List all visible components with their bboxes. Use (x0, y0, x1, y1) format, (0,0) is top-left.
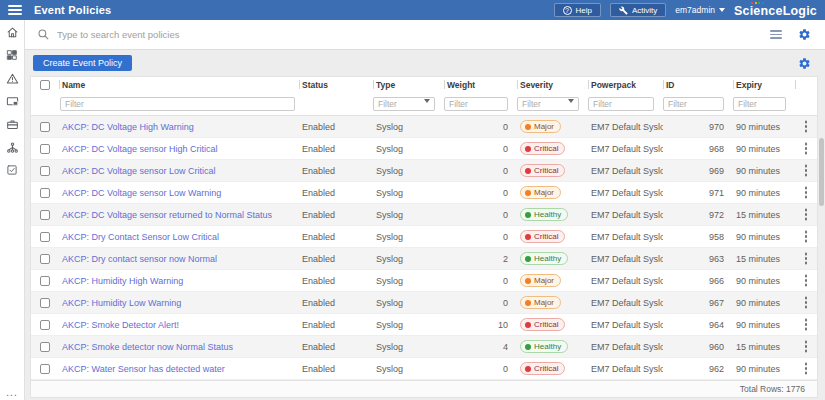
sidebar-item-home[interactable] (3, 25, 22, 39)
row-menu-kebab-icon[interactable] (805, 323, 808, 326)
powerpack-cell: EM7 Default Syslog Event (588, 320, 663, 330)
table-row: AKCP: DC Voltage sensor High CriticalEna… (31, 138, 817, 160)
column-header-powerpack[interactable]: Powerpack (588, 77, 663, 92)
row-checkbox[interactable] (40, 276, 50, 286)
vertical-scrollbar-thumb[interactable] (819, 138, 824, 206)
severity-cell: Healthy (517, 252, 588, 265)
policy-name-link[interactable]: AKCP: Dry Contact Sensor Low Critical (62, 232, 219, 242)
policy-name-cell: AKCP: Humidity Low Warning (59, 298, 299, 308)
column-header-status[interactable]: Status (299, 77, 373, 92)
id-cell: 972 (663, 210, 733, 220)
row-actions-cell (795, 257, 817, 260)
policy-name-link[interactable]: AKCP: Humidity Low Warning (62, 298, 181, 308)
expiry-cell: 90 minutes (733, 364, 795, 374)
sidebar-item-devices[interactable] (3, 94, 22, 108)
sidebar-item-events[interactable] (3, 71, 22, 85)
row-menu-kebab-icon[interactable] (805, 169, 808, 172)
row-menu-kebab-icon[interactable] (805, 191, 808, 194)
row-checkbox[interactable] (40, 122, 50, 132)
row-menu-kebab-icon[interactable] (805, 125, 808, 128)
powerpack-cell: EM7 Default Syslog Event (588, 188, 663, 198)
row-checkbox[interactable] (40, 364, 50, 374)
policy-name-cell: AKCP: Smoke detector now Normal Status (59, 342, 299, 352)
expiry-cell: 90 minutes (733, 188, 795, 198)
sidebar-item-business-services[interactable] (3, 117, 22, 131)
row-checkbox[interactable] (40, 342, 50, 352)
row-checkbox-cell (31, 122, 59, 132)
expiry-filter-input[interactable] (733, 97, 786, 111)
row-checkbox[interactable] (40, 166, 50, 176)
row-checkbox[interactable] (40, 254, 50, 264)
row-checkbox[interactable] (40, 320, 50, 330)
severity-badge: Major (520, 186, 561, 199)
id-cell: 962 (663, 364, 733, 374)
policy-name-link[interactable]: AKCP: Water Sensor has detected water (62, 364, 225, 374)
severity-filter-input[interactable] (517, 97, 579, 111)
id-cell: 968 (663, 144, 733, 154)
row-actions-cell (795, 191, 817, 194)
row-checkbox[interactable] (40, 188, 50, 198)
row-menu-kebab-icon[interactable] (805, 235, 808, 238)
hamburger-menu-icon[interactable] (8, 5, 22, 15)
row-actions-cell (795, 125, 817, 128)
row-menu-kebab-icon[interactable] (805, 213, 808, 216)
view-options-icon[interactable] (770, 30, 782, 39)
wrench-icon (619, 6, 628, 15)
sidebar-item-dashboards[interactable] (3, 48, 22, 62)
row-checkbox-cell (31, 342, 59, 352)
name-filter-input[interactable] (60, 97, 295, 111)
user-menu[interactable]: em7admin (675, 5, 725, 15)
severity-label: Major (534, 298, 554, 307)
sidebar-item-maps[interactable] (3, 140, 22, 154)
row-checkbox[interactable] (40, 298, 50, 308)
severity-badge: Critical (520, 318, 565, 331)
policy-name-cell: AKCP: Humidity High Warning (59, 276, 299, 286)
row-menu-kebab-icon[interactable] (805, 257, 808, 260)
table-settings-gear-icon[interactable] (798, 57, 811, 70)
sidebar-item-automation[interactable] (3, 163, 22, 177)
column-header-expiry[interactable]: Expiry (733, 77, 795, 92)
table-row: AKCP: DC Voltage sensor Low WarningEnabl… (31, 182, 817, 204)
row-menu-kebab-icon[interactable] (805, 301, 808, 304)
column-header-id[interactable]: ID (663, 77, 733, 92)
policy-name-link[interactable]: AKCP: DC Voltage sensor Low Warning (62, 188, 221, 198)
weight-cell: 0 (444, 232, 517, 242)
policy-name-link[interactable]: AKCP: DC Voltage High Warning (62, 122, 194, 132)
column-header-severity[interactable]: Severity (517, 77, 588, 92)
search-settings-gear-icon[interactable] (798, 28, 811, 41)
policy-name-link[interactable]: AKCP: Humidity High Warning (62, 276, 183, 286)
policy-name-link[interactable]: AKCP: Dry contact sensor now Normal (62, 254, 217, 264)
status-cell: Enabled (299, 320, 373, 330)
create-event-policy-button[interactable]: Create Event Policy (33, 55, 132, 71)
row-menu-kebab-icon[interactable] (805, 367, 808, 370)
select-all-checkbox[interactable] (40, 80, 50, 90)
row-checkbox[interactable] (40, 232, 50, 242)
sidebar-more-button[interactable]: ... (6, 390, 17, 396)
severity-badge: Healthy (520, 252, 568, 265)
severity-dot-icon (525, 366, 531, 372)
row-checkbox[interactable] (40, 210, 50, 220)
row-checkbox-cell (31, 166, 59, 176)
weight-filter-input[interactable] (444, 97, 508, 111)
policy-name-link[interactable]: AKCP: DC Voltage sensor returned to Norm… (62, 210, 272, 220)
row-menu-kebab-icon[interactable] (805, 345, 808, 348)
search-bar (25, 20, 825, 50)
column-header-name[interactable]: Name (59, 77, 299, 92)
policy-name-link[interactable]: AKCP: DC Voltage sensor Low Critical (62, 166, 216, 176)
policy-name-cell: AKCP: Dry contact sensor now Normal (59, 254, 299, 264)
policy-name-link[interactable]: AKCP: Smoke detector now Normal Status (62, 342, 233, 352)
type-filter-input[interactable] (373, 97, 435, 111)
row-menu-kebab-icon[interactable] (805, 279, 808, 282)
id-filter-input[interactable] (663, 97, 724, 111)
policy-name-link[interactable]: AKCP: DC Voltage sensor High Critical (62, 144, 218, 154)
powerpack-filter-input[interactable] (588, 97, 654, 111)
search-input[interactable] (57, 29, 770, 40)
activity-button[interactable]: Activity (610, 3, 666, 17)
row-checkbox[interactable] (40, 144, 50, 154)
column-header-type[interactable]: Type (373, 77, 444, 92)
policy-name-link[interactable]: AKCP: Smoke Detector Alert! (62, 320, 179, 330)
column-header-weight[interactable]: Weight (444, 77, 517, 92)
row-menu-kebab-icon[interactable] (805, 147, 808, 150)
policy-name-cell: AKCP: DC Voltage sensor Low Critical (59, 166, 299, 176)
help-button[interactable]: ? Help (554, 3, 601, 17)
